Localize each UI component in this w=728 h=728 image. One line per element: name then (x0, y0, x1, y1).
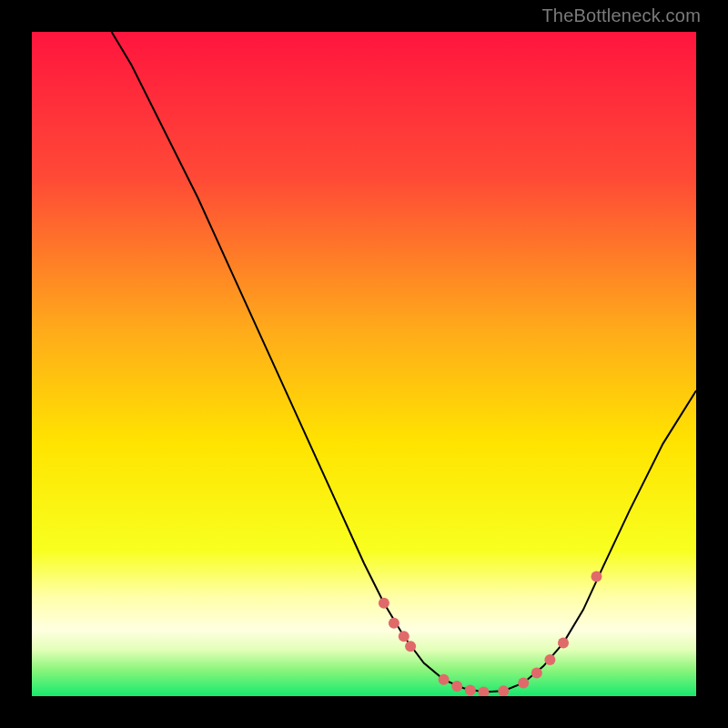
chart-marker (544, 654, 555, 665)
chart-curve-layer (32, 32, 696, 696)
chart-plot-area (32, 32, 696, 696)
chart-marker (558, 638, 569, 649)
chart-marker (478, 687, 489, 696)
chart-marker (498, 685, 509, 696)
chart-marker (531, 668, 542, 679)
chart-marker (379, 598, 389, 609)
chart-marker (451, 681, 462, 692)
chart-marker (405, 641, 416, 652)
chart-marker (389, 618, 399, 629)
chart-marker (592, 571, 602, 582)
chart-marker (518, 677, 529, 688)
chart-marker (439, 674, 450, 685)
chart-marker (399, 631, 410, 642)
bottleneck-curve (112, 32, 696, 693)
chart-marker (465, 684, 476, 695)
watermark-text: TheBottleneck.com (541, 5, 701, 26)
